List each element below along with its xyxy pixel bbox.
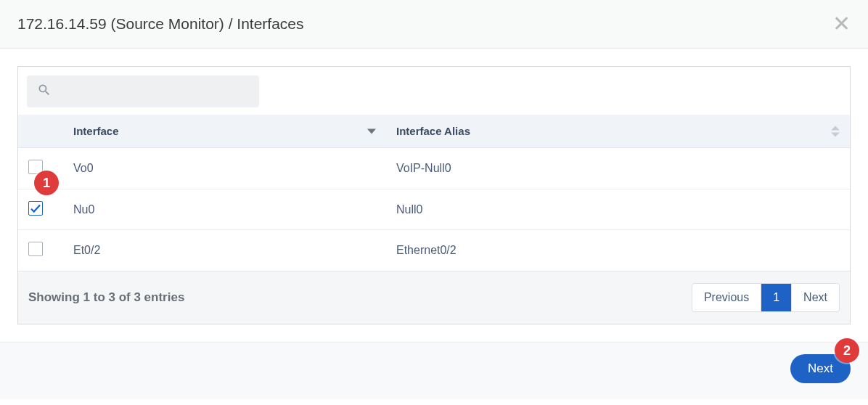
entries-text: Showing 1 to 3 of 3 entries [28, 290, 184, 305]
interfaces-panel: Interface Interface Alias Vo0VoIP-Null01… [17, 66, 851, 324]
search-area [18, 67, 850, 115]
table-footer: Showing 1 to 3 of 3 entries Previous 1 N… [18, 271, 850, 324]
row-checkbox[interactable] [28, 242, 43, 256]
cell-interface: Et0/2 [63, 230, 386, 271]
pager-next[interactable]: Next [792, 284, 839, 311]
modal-footer: Next 2 [0, 342, 868, 399]
pager-page-1[interactable]: 1 [761, 284, 792, 311]
callout-marker-1: 1 [34, 171, 59, 195]
cell-interface: Vo0 [63, 148, 386, 189]
table-row: 1Nu0Null0 [18, 189, 850, 230]
column-label: Interface Alias [396, 125, 470, 137]
search-icon [37, 83, 52, 100]
column-header-checkbox[interactable] [18, 115, 63, 148]
column-header-alias[interactable]: Interface Alias [386, 115, 850, 148]
search-box[interactable] [27, 75, 259, 107]
modal-header: 172.16.14.59 (Source Monitor) / Interfac… [0, 0, 868, 49]
pager: Previous 1 Next [692, 283, 840, 312]
interfaces-table: Interface Interface Alias Vo0VoIP-Null01… [18, 115, 850, 271]
column-header-interface[interactable]: Interface [63, 115, 386, 148]
cell-alias: VoIP-Null0 [386, 148, 850, 189]
modal-title: 172.16.14.59 (Source Monitor) / Interfac… [17, 15, 304, 33]
table-row: Vo0VoIP-Null0 [18, 148, 850, 189]
callout-marker-2: 2 [835, 338, 859, 363]
pager-previous[interactable]: Previous [692, 284, 761, 311]
cell-alias: Null0 [386, 189, 850, 230]
sort-desc-icon [367, 128, 376, 134]
cell-alias: Ethernet0/2 [386, 230, 850, 271]
modal-body: Interface Interface Alias Vo0VoIP-Null01… [0, 49, 868, 342]
modal-dialog: 172.16.14.59 (Source Monitor) / Interfac… [0, 0, 868, 399]
close-icon[interactable]: ✕ [832, 13, 851, 35]
row-checkbox[interactable] [28, 201, 43, 216]
sort-icon [831, 126, 840, 136]
column-label: Interface [73, 125, 119, 137]
table-row: Et0/2Ethernet0/2 [18, 230, 850, 271]
search-input[interactable] [59, 85, 249, 98]
cell-interface: Nu0 [63, 189, 386, 230]
